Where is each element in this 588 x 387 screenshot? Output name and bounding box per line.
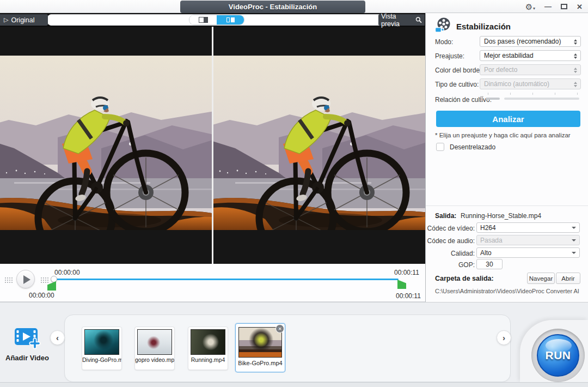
video-carousel	[64, 315, 511, 382]
media-tray: Añadir Video ‹ › Diving-GoPro.mp4 gopro …	[0, 302, 588, 387]
video-thumb-gopro[interactable]: gopro video.mp4	[134, 326, 175, 370]
audio-codec-label: Códec de audio:	[426, 237, 475, 245]
abrir-button[interactable]: Abrir	[556, 273, 580, 284]
window-title-text: VideoProc - Estabilización	[229, 3, 317, 11]
minimize-button[interactable]: —	[544, 4, 552, 9]
updown-icon	[573, 38, 578, 46]
video-codec-value: H264	[480, 224, 496, 232]
calidad-value: Alto	[480, 249, 492, 257]
calidad-select[interactable]: Alto	[476, 247, 580, 258]
output-folder-path: C:\Users\Administrator\Videos\VideoProc …	[435, 288, 579, 294]
video-thumb-bike-selected[interactable]: ✕ Bike-GoPro.mp4	[235, 323, 285, 372]
stabilized-video-image	[213, 56, 425, 230]
timeline-start-time: 00:00:00	[54, 269, 80, 276]
desentrelazado-label: Desentrelazado	[450, 143, 495, 151]
run-button[interactable]: RUN	[537, 334, 579, 377]
salida-filename: Running-Horse_Stable.mp4	[461, 212, 541, 220]
dropdown-arrow-icon	[572, 239, 576, 244]
gop-label: GOP:	[426, 261, 475, 269]
window-title: VideoProc - Estabilización	[180, 1, 365, 13]
split-view-toggle[interactable]	[217, 15, 244, 25]
salida-label: Salida:	[435, 212, 456, 220]
close-button[interactable]: ✕	[577, 3, 583, 11]
panel-title: Estabilización	[456, 22, 511, 31]
maximize-button[interactable]	[561, 4, 567, 9]
trim-start-marker[interactable]	[47, 281, 56, 291]
borde-value: Por defecto	[484, 66, 517, 74]
dropdown-arrow-icon	[572, 252, 576, 256]
audio-codec-value: Pasada	[480, 237, 503, 244]
cultivo-select[interactable]: Dinámico (automático)	[480, 78, 581, 89]
drag-handle[interactable]	[40, 277, 48, 284]
gop-input[interactable]	[476, 259, 503, 269]
play-button[interactable]	[16, 270, 35, 288]
bottom-edge-strip	[0, 382, 588, 387]
navegar-button[interactable]: Navegar	[527, 273, 555, 284]
stabilization-panel: Estabilización Modo: Dos pases (recomend…	[425, 13, 588, 302]
trim-start-time: 00:00:00	[29, 292, 54, 299]
cultivo-value: Dinámico (automático)	[484, 80, 549, 88]
split-view-icon	[226, 17, 235, 22]
dropdown-arrow-icon	[572, 227, 576, 231]
close-icon: ✕	[278, 326, 282, 331]
modo-select[interactable]: Dos pases (recomendado)	[480, 36, 581, 47]
playhead-knob[interactable]	[51, 276, 57, 282]
stabilized-video-frame	[213, 27, 425, 264]
output-folder-label: Carpeta de salida:	[435, 275, 494, 282]
vista-previa-text: Vista previa	[381, 13, 414, 28]
analyze-note: * Elija un preajuste y haga clic aquí pa…	[435, 132, 571, 138]
remove-video-button[interactable]: ✕	[275, 324, 284, 333]
gear-icon: ⚙	[525, 3, 532, 11]
preajuste-select[interactable]: Mejor estabilidad	[480, 50, 581, 61]
video-filename: Bike-GoPro.mp4	[236, 360, 285, 366]
video-filename: gopro video.mp4	[135, 356, 174, 363]
single-view-toggle[interactable]	[189, 15, 217, 25]
timeline-end-time: 00:00:11	[394, 269, 419, 276]
original-video-frame	[0, 27, 212, 264]
video-thumbnail-image	[238, 327, 282, 358]
audio-codec-select[interactable]: Pasada	[476, 235, 580, 245]
analizar-button[interactable]: Analizar	[436, 111, 580, 127]
film-reel-icon	[434, 17, 451, 34]
play-outline-icon: ▷	[4, 16, 8, 23]
video-filename: Running.mp4	[188, 356, 228, 363]
video-codec-select[interactable]: H264	[476, 222, 580, 233]
panel-divider	[426, 205, 588, 206]
video-thumbnail-image	[191, 329, 225, 355]
crop-ratio-slider[interactable]	[486, 93, 579, 101]
modo-value: Dos pases (recomendado)	[484, 38, 561, 45]
magnifier-icon	[415, 16, 422, 23]
video-thumbnail-image	[84, 329, 119, 355]
updown-icon	[573, 80, 578, 89]
video-thumb-diving[interactable]: Diving-GoPro.mp4	[82, 326, 122, 370]
view-mode-toggle	[189, 15, 244, 25]
settings-button[interactable]: ⚙ ▾	[525, 3, 535, 11]
original-label-text: Original	[11, 16, 34, 24]
add-video-label: Añadir Video	[3, 354, 51, 362]
slider-track	[504, 98, 579, 100]
preajuste-label: Preajuste:	[435, 52, 464, 60]
chevron-down-icon: ▾	[533, 7, 535, 11]
add-video-button[interactable]: Añadir Video	[3, 326, 51, 362]
video-filename: Diving-GoPro.mp4	[82, 356, 121, 363]
video-codec-label: Códec de vídeo:	[426, 225, 475, 232]
trim-end-marker[interactable]	[397, 280, 406, 289]
cultivo-label: Tipo de cultivo:	[435, 81, 479, 88]
app-window: VideoProc - Estabilización ⚙ ▾ — ✕ ▷ Ori…	[0, 0, 588, 387]
carousel-left-button[interactable]: ‹	[50, 330, 65, 345]
slider-handle[interactable]	[486, 98, 500, 100]
borde-label: Color del borde:	[435, 66, 481, 74]
timeline-track[interactable]	[56, 279, 399, 280]
carousel-right-button[interactable]: ›	[497, 330, 511, 345]
slider-grip-icon	[480, 96, 483, 101]
calidad-label: Calidad:	[426, 250, 475, 257]
vista-previa-button[interactable]: Vista previa	[378, 14, 425, 26]
updown-icon	[573, 66, 578, 75]
video-thumb-running[interactable]: Running.mp4	[188, 326, 228, 370]
desentrelazado-checkbox[interactable]	[436, 143, 444, 151]
arrow-right-icon: ›	[503, 333, 505, 342]
borde-select[interactable]: Por defecto	[480, 64, 581, 75]
playback-bar: 00:00:00 00:00:11 00:00:00 00:00:11	[0, 264, 425, 302]
drag-handle[interactable]	[4, 277, 13, 284]
run-label: RUN	[546, 349, 571, 362]
